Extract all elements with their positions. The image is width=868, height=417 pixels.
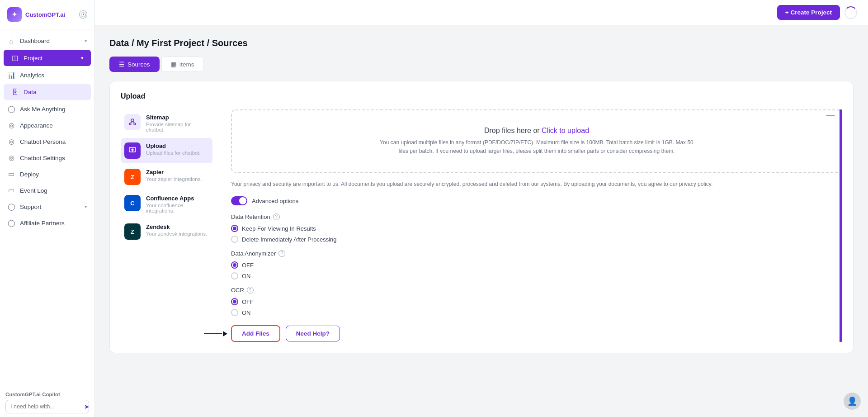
sidebar-item-event-log[interactable]: ▭ Event Log [0,182,94,199]
persona-icon: ◎ [7,137,15,146]
copilot-section: CustomGPT.ai Copilot ➤ [0,386,94,417]
source-info: Zapier Your zapier integrations. [146,169,202,182]
appearance-icon: ◎ [7,121,15,129]
data-retention-title: Data Retention ? [231,213,842,220]
logo-text: CustomGPT.ai [25,11,65,18]
sources-tab-icon: ☰ [119,61,125,68]
chevron-down-icon: ▾ [85,38,87,44]
radio-anon-on-circle [231,272,238,280]
sidebar-item-label: Dashboard [20,38,50,44]
sidebar-item-label: Ask Me Anything [20,106,66,113]
radio-ocr-off-dot [233,300,236,303]
copilot-input[interactable] [10,403,81,410]
radio-anon-off-circle [231,261,238,269]
source-item-zendesk[interactable]: Z Zendesk Your zendesk integrations. [121,219,212,244]
tab-items-label: Items [179,61,194,68]
copilot-title: CustomGPT.ai Copilot [5,392,89,397]
data-anonymizer-on[interactable]: ON [231,272,842,280]
sidebar-item-label: Deploy [20,171,39,178]
dashboard-icon: ⌂ [7,37,15,45]
sidebar-item-label: Project [24,55,42,62]
source-info: Upload Upload files for chatbot. [146,142,201,156]
sidebar-item-label: Analytics [20,72,44,79]
confluence-label: Confluence Apps [146,195,209,202]
topbar: + Create Project [95,0,868,25]
svg-point-2 [134,123,136,125]
sidebar-item-label: Chatbot Persona [20,138,66,145]
sidebar-item-analytics[interactable]: 📊 Analytics [0,67,94,83]
user-avatar[interactable]: 👤 [844,393,861,410]
logo-icon: ✦ [7,7,22,22]
radio-anon-off-dot [233,263,236,267]
sidebar-item-label: Affiliate Partners [20,220,65,227]
right-bar-decoration [840,109,842,342]
tabs-bar: ☰ Sources ▦ Items [109,57,854,72]
sidebar-item-project[interactable]: ◫ Project ▾ [4,50,91,66]
notification-icon[interactable]: 🕐 [79,10,87,19]
advanced-toggle-switch[interactable] [231,196,247,205]
chevron-down-icon: ▾ [85,204,87,210]
sitemap-desc: Provide sitemap for chatbot. [146,122,209,133]
sidebar-item-chatbot-settings[interactable]: ◎ Chatbot Settings [0,150,94,166]
ocr-on[interactable]: ON [231,309,842,316]
project-icon: ◫ [11,54,19,62]
add-files-button[interactable]: Add Files [231,325,280,342]
zapier-icon: Z [124,169,141,185]
source-item-zapier[interactable]: Z Zapier Your zapier integrations. [121,164,212,190]
zendesk-desc: Your zendesk integrations. [146,231,207,237]
source-item-upload[interactable]: Upload Upload files for chatbot. [121,138,212,163]
svg-line-3 [130,122,132,123]
svg-line-4 [132,122,135,123]
data-anonymizer-help-icon[interactable]: ? [278,250,285,257]
radio-delete-circle [231,236,238,243]
drop-description: You can upload multiple files in any for… [378,138,695,156]
support-icon: ◯ [7,203,15,211]
ocr-help-icon[interactable]: ? [247,287,254,294]
source-info: Sitemap Provide sitemap for chatbot. [146,114,209,133]
sidebar-item-deploy[interactable]: ▭ Deploy [0,166,94,182]
data-retention-help-icon[interactable]: ? [273,213,280,220]
create-project-button[interactable]: + Create Project [777,5,840,20]
sidebar-item-affiliate[interactable]: ◯ Affiliate Partners [0,215,94,231]
sidebar-item-label: Appearance [20,122,53,129]
data-anonymizer-off[interactable]: OFF [231,261,842,269]
sidebar-item-ask-me[interactable]: ◯ Ask Me Anything [0,101,94,117]
data-retention-delete[interactable]: Delete Immediately After Processing [231,236,842,243]
copilot-send-button[interactable]: ➤ [84,403,90,410]
need-help-button[interactable]: Need Help? [286,326,340,341]
sidebar-item-chatbot-persona[interactable]: ◎ Chatbot Persona [0,133,94,150]
tab-items[interactable]: ▦ Items [161,57,204,72]
radio-keep-circle [231,225,238,232]
radio-keep-dot [233,227,236,230]
analytics-icon: 📊 [7,71,15,79]
sidebar-item-dashboard[interactable]: ⌂ Dashboard ▾ [0,33,94,49]
data-retention-section: Data Retention ? Keep For Viewing In Res… [231,213,842,243]
source-item-sitemap[interactable]: Sitemap Provide sitemap for chatbot. [121,109,212,137]
arrow-indicator [204,331,227,336]
advanced-options-label: Advanced options [252,198,298,204]
tab-sources[interactable]: ☰ Sources [109,57,160,72]
source-info: Confluence Apps Your confluence integrat… [146,195,209,213]
sidebar-item-data[interactable]: 🗄 Data [4,84,91,100]
sidebar-item-label: Event Log [20,187,47,194]
sidebar-item-support[interactable]: ◯ Support ▾ [0,199,94,215]
advanced-options-toggle[interactable]: Advanced options [231,196,842,205]
upload-right-panel: Drop files here or Click to upload You c… [220,109,842,342]
sources-list: Sitemap Provide sitemap for chatbot. [121,109,220,342]
sidebar-item-appearance[interactable]: ◎ Appearance [0,117,94,133]
click-to-upload-link[interactable]: Click to upload [542,127,589,134]
ocr-off[interactable]: OFF [231,298,842,305]
upload-card-title: Upload [121,92,842,100]
arrow-head [223,331,227,336]
sitemap-icon [124,114,141,130]
source-item-confluence[interactable]: C Confluence Apps Your confluence integr… [121,190,212,218]
main-content: + Create Project Data / My First Project… [95,0,868,417]
deploy-icon: ▭ [7,170,15,178]
zapier-label: Zapier [146,169,202,175]
data-retention-keep[interactable]: Keep For Viewing In Results [231,225,842,232]
zendesk-icon: Z [124,223,141,240]
drop-zone[interactable]: Drop files here or Click to upload You c… [231,109,842,173]
upload-card: Upload [109,81,854,353]
toggle-knob [239,197,246,204]
upload-icon [124,142,141,159]
